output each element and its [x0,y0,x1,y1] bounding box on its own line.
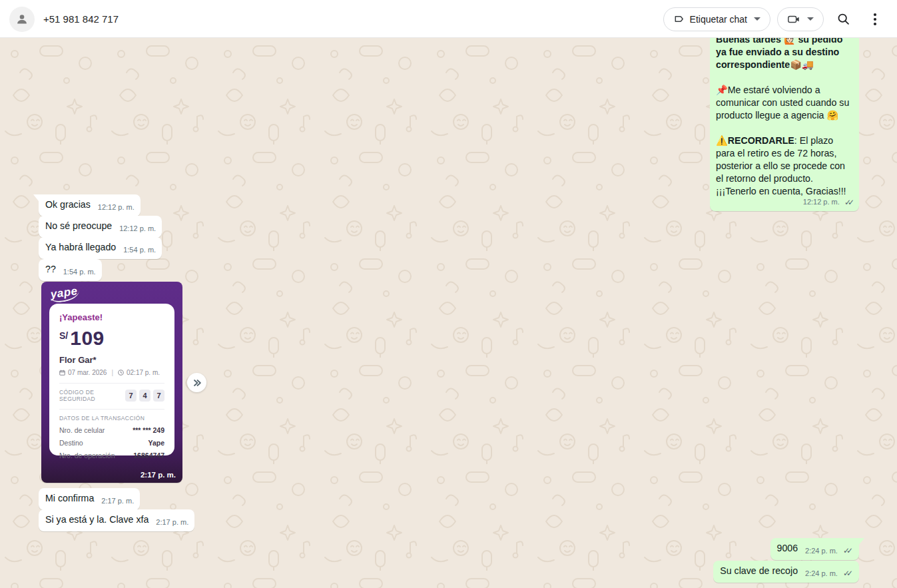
payer-name: Flor Gar* [59,355,164,365]
delivered-ticks-icon: ✓✓ [843,546,853,555]
message-text: 📌Me estaré volviendo a comunicar con ust… [716,84,853,122]
video-camera-icon [787,13,800,25]
yape-logo: yape [49,284,81,304]
outgoing-message[interactable]: Su clave de recojo 2:24 p. m. ✓✓ [713,561,859,583]
currency-symbol: S/ [59,330,68,341]
contact-avatar[interactable] [9,7,35,32]
transaction-data-label: DATOS DE LA TRANSACCIÓN [59,415,164,422]
message-time: 2:17 p. m. [141,471,176,479]
outgoing-message-shipping-notice[interactable]: Buenas tardes 🙋🏻 su pedido ya fue enviad… [710,38,859,211]
whatsapp-chat-window: Buenas tardes 🙋🏻 su pedido ya fue enviad… [0,0,897,588]
chevron-down-icon [754,17,760,21]
incoming-message[interactable]: Ok gracias 12:12 p. m. [39,194,141,216]
message-text: ⚠️RECORDARLE: El plazo para el retiro es… [716,135,853,198]
message-time: 1:54 p. m. [123,246,156,254]
incoming-message[interactable]: Mi confirma 2:17 p. m. [39,488,140,510]
message-text: Si ya está y la. Clave xfa [45,514,149,525]
tag-icon [673,13,685,25]
delivered-ticks-icon: ✓✓ [844,198,854,207]
message-time: 1:54 p. m. [63,268,96,276]
message-time: 2:17 p. m. [101,497,134,505]
message-time: 2:24 p. m. [805,569,838,577]
message-text: ?? [45,264,56,274]
search-icon [836,12,850,26]
security-code-row: CÓDIGO DE SEGURIDAD 747 [59,389,164,402]
search-button[interactable] [830,7,856,32]
clock-icon [118,370,124,376]
label-chat-text: Etiquetar chat [690,14,747,25]
video-call-button[interactable] [777,7,824,31]
message-text: Ok gracias [45,199,91,210]
incoming-message[interactable]: Ya habrá llegado 1:54 p. m. [39,237,162,259]
contact-name[interactable]: +51 981 842 717 [43,0,119,38]
transaction-row: Nro. de celular*** *** 249 [59,426,164,434]
incoming-message[interactable]: Si ya está y la. Clave xfa 2:17 p. m. [39,509,194,531]
yape-amount: S/109 [59,327,164,350]
delivered-ticks-icon: ✓✓ [843,569,853,578]
message-time: 12:12 p. m. [119,224,156,232]
yape-receipt-card: ¡Yapeaste! S/109 Flor Gar* 07 mar. 2026 … [49,304,174,455]
message-text: Mi confirma [45,493,94,503]
message-time: 12:12 p. m. [98,203,135,211]
yape-title: ¡Yapeaste! [59,312,164,322]
incoming-message[interactable]: ?? 1:54 p. m. [39,259,102,281]
message-text: 9006 [777,543,798,553]
chat-header: +51 981 842 717 Etiquetar chat [0,0,897,38]
calendar-icon [59,370,65,376]
transaction-row: Nro. de operación16864747 [59,451,164,459]
security-code-label: CÓDIGO DE SEGURIDAD [59,389,125,402]
menu-button[interactable] [862,7,888,32]
message-time: 2:24 p. m. [805,547,838,555]
person-icon [15,12,29,27]
message-time: 12:12 p. m. [803,198,840,206]
chevron-down-icon [807,17,814,21]
incoming-message[interactable]: No sé preocupe 12:12 p. m. [39,216,162,238]
image-message-yape-receipt[interactable]: yape ¡Yapeaste! S/109 Flor Gar* 07 mar. … [41,282,182,483]
message-text: Buenas tardes 🙋🏻 su pedido ya fue enviad… [716,38,853,71]
kebab-menu-icon [868,12,882,27]
forward-icon[interactable] [187,373,206,392]
message-time: 2:17 p. m. [156,518,188,526]
security-code-digits: 747 [125,390,164,402]
chat-area: Buenas tardes 🙋🏻 su pedido ya fue enviad… [0,38,897,588]
message-meta: 12:12 p. m. ✓✓ [803,196,854,208]
message-text: No sé preocupe [45,220,112,231]
message-text: Ya habrá llegado [45,242,116,252]
transaction-row: DestinoYape [59,439,164,447]
outgoing-message[interactable]: 9006 2:24 p. m. ✓✓ [770,538,860,560]
label-chat-button[interactable]: Etiquetar chat [663,7,770,31]
amount-value: 109 [70,327,105,349]
transaction-datetime: 07 mar. 2026 | 02:17 p. m. [59,369,164,376]
message-text: Su clave de recojo [720,565,798,576]
